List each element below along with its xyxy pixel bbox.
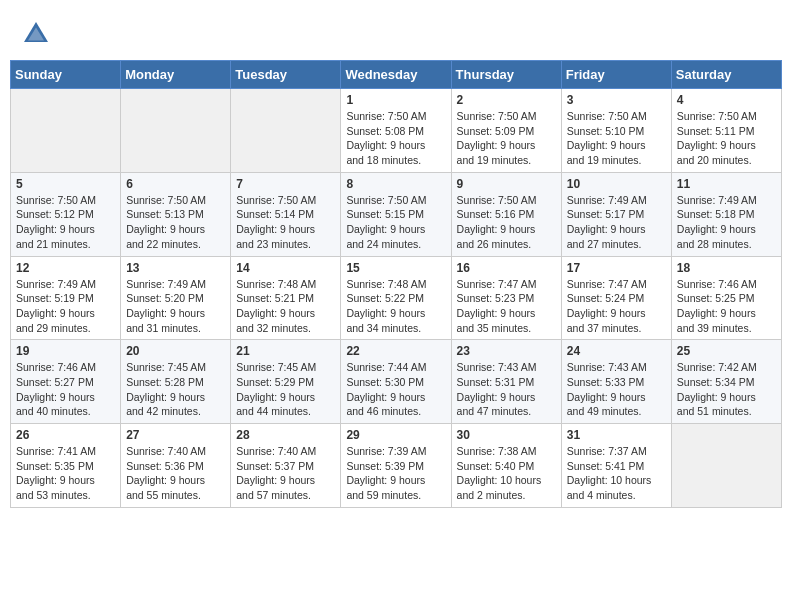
day-number: 27: [126, 428, 225, 442]
calendar-cell: [231, 89, 341, 173]
day-info: Sunrise: 7:45 AMSunset: 5:29 PMDaylight:…: [236, 360, 335, 419]
day-info: Sunrise: 7:50 AMSunset: 5:16 PMDaylight:…: [457, 193, 556, 252]
day-number: 14: [236, 261, 335, 275]
day-number: 31: [567, 428, 666, 442]
calendar-cell: 31Sunrise: 7:37 AMSunset: 5:41 PMDayligh…: [561, 424, 671, 508]
calendar-cell: 5Sunrise: 7:50 AMSunset: 5:12 PMDaylight…: [11, 172, 121, 256]
day-number: 10: [567, 177, 666, 191]
calendar-cell: [11, 89, 121, 173]
calendar-cell: 23Sunrise: 7:43 AMSunset: 5:31 PMDayligh…: [451, 340, 561, 424]
day-info: Sunrise: 7:47 AMSunset: 5:23 PMDaylight:…: [457, 277, 556, 336]
header-day-saturday: Saturday: [671, 61, 781, 89]
day-number: 1: [346, 93, 445, 107]
day-info: Sunrise: 7:48 AMSunset: 5:22 PMDaylight:…: [346, 277, 445, 336]
header-day-wednesday: Wednesday: [341, 61, 451, 89]
calendar-cell: 22Sunrise: 7:44 AMSunset: 5:30 PMDayligh…: [341, 340, 451, 424]
calendar-cell: 1Sunrise: 7:50 AMSunset: 5:08 PMDaylight…: [341, 89, 451, 173]
day-number: 15: [346, 261, 445, 275]
logo: [20, 18, 56, 50]
calendar-cell: 7Sunrise: 7:50 AMSunset: 5:14 PMDaylight…: [231, 172, 341, 256]
calendar-table: SundayMondayTuesdayWednesdayThursdayFrid…: [10, 60, 782, 508]
day-number: 24: [567, 344, 666, 358]
day-info: Sunrise: 7:49 AMSunset: 5:19 PMDaylight:…: [16, 277, 115, 336]
day-number: 13: [126, 261, 225, 275]
calendar-cell: 2Sunrise: 7:50 AMSunset: 5:09 PMDaylight…: [451, 89, 561, 173]
week-row-1: 1Sunrise: 7:50 AMSunset: 5:08 PMDaylight…: [11, 89, 782, 173]
calendar-body: 1Sunrise: 7:50 AMSunset: 5:08 PMDaylight…: [11, 89, 782, 508]
day-number: 16: [457, 261, 556, 275]
day-info: Sunrise: 7:39 AMSunset: 5:39 PMDaylight:…: [346, 444, 445, 503]
header-day-sunday: Sunday: [11, 61, 121, 89]
day-number: 7: [236, 177, 335, 191]
calendar-cell: 13Sunrise: 7:49 AMSunset: 5:20 PMDayligh…: [121, 256, 231, 340]
day-info: Sunrise: 7:37 AMSunset: 5:41 PMDaylight:…: [567, 444, 666, 503]
day-info: Sunrise: 7:46 AMSunset: 5:25 PMDaylight:…: [677, 277, 776, 336]
calendar-cell: 17Sunrise: 7:47 AMSunset: 5:24 PMDayligh…: [561, 256, 671, 340]
calendar-cell: 20Sunrise: 7:45 AMSunset: 5:28 PMDayligh…: [121, 340, 231, 424]
day-number: 12: [16, 261, 115, 275]
day-info: Sunrise: 7:50 AMSunset: 5:15 PMDaylight:…: [346, 193, 445, 252]
day-number: 2: [457, 93, 556, 107]
calendar-cell: 26Sunrise: 7:41 AMSunset: 5:35 PMDayligh…: [11, 424, 121, 508]
day-info: Sunrise: 7:38 AMSunset: 5:40 PMDaylight:…: [457, 444, 556, 503]
calendar-cell: 27Sunrise: 7:40 AMSunset: 5:36 PMDayligh…: [121, 424, 231, 508]
page-header: [10, 10, 782, 56]
week-row-4: 19Sunrise: 7:46 AMSunset: 5:27 PMDayligh…: [11, 340, 782, 424]
day-number: 18: [677, 261, 776, 275]
day-number: 5: [16, 177, 115, 191]
calendar-cell: 9Sunrise: 7:50 AMSunset: 5:16 PMDaylight…: [451, 172, 561, 256]
day-info: Sunrise: 7:46 AMSunset: 5:27 PMDaylight:…: [16, 360, 115, 419]
header-row: SundayMondayTuesdayWednesdayThursdayFrid…: [11, 61, 782, 89]
day-info: Sunrise: 7:49 AMSunset: 5:20 PMDaylight:…: [126, 277, 225, 336]
calendar-cell: 8Sunrise: 7:50 AMSunset: 5:15 PMDaylight…: [341, 172, 451, 256]
calendar-cell: 28Sunrise: 7:40 AMSunset: 5:37 PMDayligh…: [231, 424, 341, 508]
day-number: 19: [16, 344, 115, 358]
day-number: 8: [346, 177, 445, 191]
calendar-cell: 18Sunrise: 7:46 AMSunset: 5:25 PMDayligh…: [671, 256, 781, 340]
day-info: Sunrise: 7:50 AMSunset: 5:14 PMDaylight:…: [236, 193, 335, 252]
calendar-cell: 6Sunrise: 7:50 AMSunset: 5:13 PMDaylight…: [121, 172, 231, 256]
day-number: 4: [677, 93, 776, 107]
day-info: Sunrise: 7:41 AMSunset: 5:35 PMDaylight:…: [16, 444, 115, 503]
day-info: Sunrise: 7:49 AMSunset: 5:18 PMDaylight:…: [677, 193, 776, 252]
calendar-cell: 29Sunrise: 7:39 AMSunset: 5:39 PMDayligh…: [341, 424, 451, 508]
calendar-cell: 19Sunrise: 7:46 AMSunset: 5:27 PMDayligh…: [11, 340, 121, 424]
week-row-5: 26Sunrise: 7:41 AMSunset: 5:35 PMDayligh…: [11, 424, 782, 508]
header-day-monday: Monday: [121, 61, 231, 89]
logo-icon: [20, 18, 52, 50]
day-info: Sunrise: 7:50 AMSunset: 5:09 PMDaylight:…: [457, 109, 556, 168]
calendar-cell: 24Sunrise: 7:43 AMSunset: 5:33 PMDayligh…: [561, 340, 671, 424]
day-number: 29: [346, 428, 445, 442]
day-number: 22: [346, 344, 445, 358]
day-number: 3: [567, 93, 666, 107]
header-day-friday: Friday: [561, 61, 671, 89]
calendar-cell: 11Sunrise: 7:49 AMSunset: 5:18 PMDayligh…: [671, 172, 781, 256]
day-number: 9: [457, 177, 556, 191]
header-day-tuesday: Tuesday: [231, 61, 341, 89]
day-info: Sunrise: 7:50 AMSunset: 5:08 PMDaylight:…: [346, 109, 445, 168]
day-number: 6: [126, 177, 225, 191]
calendar-cell: 30Sunrise: 7:38 AMSunset: 5:40 PMDayligh…: [451, 424, 561, 508]
calendar-cell: 12Sunrise: 7:49 AMSunset: 5:19 PMDayligh…: [11, 256, 121, 340]
day-info: Sunrise: 7:48 AMSunset: 5:21 PMDaylight:…: [236, 277, 335, 336]
calendar-cell: 25Sunrise: 7:42 AMSunset: 5:34 PMDayligh…: [671, 340, 781, 424]
day-number: 21: [236, 344, 335, 358]
day-info: Sunrise: 7:50 AMSunset: 5:13 PMDaylight:…: [126, 193, 225, 252]
day-info: Sunrise: 7:45 AMSunset: 5:28 PMDaylight:…: [126, 360, 225, 419]
day-info: Sunrise: 7:40 AMSunset: 5:36 PMDaylight:…: [126, 444, 225, 503]
day-info: Sunrise: 7:49 AMSunset: 5:17 PMDaylight:…: [567, 193, 666, 252]
day-number: 25: [677, 344, 776, 358]
calendar-cell: 10Sunrise: 7:49 AMSunset: 5:17 PMDayligh…: [561, 172, 671, 256]
day-number: 30: [457, 428, 556, 442]
calendar-cell: 21Sunrise: 7:45 AMSunset: 5:29 PMDayligh…: [231, 340, 341, 424]
day-info: Sunrise: 7:47 AMSunset: 5:24 PMDaylight:…: [567, 277, 666, 336]
day-number: 20: [126, 344, 225, 358]
calendar-cell: 4Sunrise: 7:50 AMSunset: 5:11 PMDaylight…: [671, 89, 781, 173]
day-number: 17: [567, 261, 666, 275]
header-day-thursday: Thursday: [451, 61, 561, 89]
day-number: 11: [677, 177, 776, 191]
calendar-cell: 16Sunrise: 7:47 AMSunset: 5:23 PMDayligh…: [451, 256, 561, 340]
calendar-cell: 15Sunrise: 7:48 AMSunset: 5:22 PMDayligh…: [341, 256, 451, 340]
day-info: Sunrise: 7:43 AMSunset: 5:33 PMDaylight:…: [567, 360, 666, 419]
day-info: Sunrise: 7:50 AMSunset: 5:12 PMDaylight:…: [16, 193, 115, 252]
